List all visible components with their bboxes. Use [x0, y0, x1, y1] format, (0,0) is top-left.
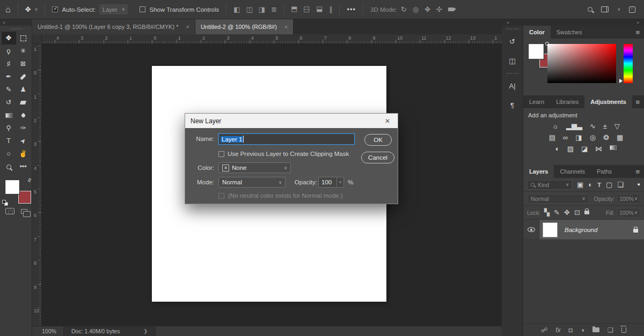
distribute-horizontal-icon[interactable]: ∥ [329, 6, 333, 13]
3d-roll-icon[interactable]: ◎ [413, 6, 419, 13]
opacity-input[interactable]: 100 [318, 177, 336, 188]
3d-orbit-icon[interactable]: ↻ [401, 6, 407, 13]
tab-learn[interactable]: Learn [523, 95, 550, 108]
gradient-map-icon[interactable] [610, 145, 617, 150]
link-layers-icon[interactable]: ☍ [541, 327, 547, 333]
properties-panel-icon[interactable]: ◫ [502, 51, 523, 70]
tool-type[interactable]: T [2, 135, 16, 147]
lock-position-icon[interactable]: ✥ [564, 209, 570, 216]
tab-channels[interactable]: Channels [554, 165, 590, 178]
show-transform-checkbox[interactable] [140, 6, 145, 12]
tool-eyedropper[interactable]: ✒ [2, 70, 16, 83]
selective-color-icon[interactable]: ⋈ [595, 145, 602, 152]
tool-history-brush[interactable]: ↺ [2, 96, 16, 109]
tab-paths[interactable]: Paths [591, 165, 618, 178]
tab-adjustments[interactable]: Adjustments [584, 95, 632, 108]
hue-saturation-icon[interactable]: ▤ [549, 134, 555, 141]
black-white-icon[interactable]: ◨ [575, 134, 582, 141]
history-panel-icon[interactable]: ↺ [502, 32, 523, 51]
filter-image-icon[interactable]: ▣ [577, 181, 583, 188]
align-left-edges-icon[interactable]: ◧ [233, 6, 240, 13]
3d-slide-icon[interactable]: ✣ [436, 6, 442, 13]
share-icon[interactable] [629, 6, 635, 13]
toolbox-header[interactable]: « [0, 19, 32, 26]
status-chevron-icon[interactable]: ❯ [143, 328, 148, 334]
document-tab-untitled-1[interactable]: Untitled-1 @ 100% (Layer 6 copy 3, RGB/8… [32, 19, 195, 34]
expand-dock-icon[interactable]: « [507, 20, 509, 25]
tool-shape[interactable]: ○ [2, 147, 16, 160]
layer-name-input[interactable]: Layer 1 [218, 133, 355, 145]
chevron-down-icon[interactable]: ∨ [617, 7, 620, 12]
new-layer-icon[interactable]: ❏ [608, 327, 613, 333]
tab-layers[interactable]: Layers [523, 165, 554, 178]
align-bottom-edges-icon[interactable]: ◨ [316, 6, 323, 12]
saturation-picker[interactable] [547, 44, 616, 83]
cancel-button[interactable]: Cancel [361, 152, 394, 163]
foreground-color-swatch[interactable] [529, 44, 544, 59]
doc-info[interactable]: Doc: 1.40M/0 bytes ❯ [63, 326, 156, 336]
filter-kind-dropdown[interactable]: Kind ∨ [527, 180, 572, 190]
color-lookup-icon[interactable]: ▦ [617, 134, 623, 141]
move-tool-icon[interactable]: ✥ [25, 6, 31, 13]
close-tab-icon[interactable]: × [284, 24, 288, 30]
tool-gradient[interactable] [2, 109, 16, 122]
tool-zoom[interactable] [2, 160, 16, 173]
photo-filter-icon[interactable]: ◎ [590, 134, 596, 141]
hue-slider[interactable] [624, 44, 633, 83]
tool-pen[interactable]: ✑ [16, 122, 31, 135]
clipping-mask-checkbox[interactable] [218, 151, 224, 157]
new-group-icon[interactable] [592, 327, 599, 332]
align-horizontal-centers-icon[interactable]: ◫ [246, 6, 253, 13]
tool-marquee[interactable] [16, 32, 31, 44]
tool-clone-stamp[interactable]: ♟ [16, 83, 31, 96]
invert-icon[interactable]: ◐ [555, 145, 560, 152]
mode-dropdown[interactable]: Normal ∨ [218, 177, 286, 188]
panel-menu-icon[interactable]: ≡ [635, 26, 644, 39]
paragraph-panel-icon[interactable]: ¶ [502, 95, 523, 115]
ok-button[interactable]: OK [364, 134, 392, 146]
tab-swatches[interactable]: Swatches [551, 26, 588, 39]
exposure-icon[interactable]: ± [603, 123, 607, 130]
collapse-panel-icon[interactable]: « [3, 20, 5, 25]
tool-lasso[interactable]: ϙ [2, 44, 16, 57]
color-dropdown[interactable]: ✕ None ∨ [218, 162, 291, 173]
color-balance-icon[interactable]: ∞ [563, 134, 568, 141]
ruler-left[interactable]: 1012345678910 [32, 44, 42, 326]
tool-eraser[interactable] [16, 96, 31, 109]
opacity-chevron-icon[interactable]: ∨ [336, 177, 344, 188]
tool-frame[interactable]: ⊠ [16, 57, 31, 70]
default-colors-icon[interactable] [2, 200, 8, 206]
zoom-level-field[interactable]: 100% [42, 328, 63, 334]
align-vertical-centers-icon[interactable]: ◫ [304, 6, 311, 12]
lock-pixels-icon[interactable]: ✎ [554, 209, 560, 216]
vibrance-icon[interactable]: ▽ [614, 123, 620, 130]
document-tab-untitled-2[interactable]: Untitled-2 @ 100% (RGB/8#) × [195, 19, 294, 34]
panel-menu-icon[interactable]: ≡ [635, 165, 644, 178]
brightness-contrast-icon[interactable]: ☼ [552, 123, 559, 130]
tool-blur[interactable] [16, 109, 31, 122]
filter-type-icon[interactable]: T [597, 182, 601, 188]
add-layer-mask-icon[interactable]: ◘ [569, 327, 573, 333]
tool-path-selection[interactable]: ➤ [16, 135, 31, 147]
3d-camera-icon[interactable] [448, 8, 454, 11]
filter-adjustment-icon[interactable]: ◐ [588, 181, 592, 188]
delete-layer-icon[interactable] [621, 327, 626, 333]
quick-mask-icon[interactable] [5, 208, 14, 214]
layer-style-fx-icon[interactable]: fx [555, 327, 560, 333]
posterize-icon[interactable]: ▨ [567, 145, 574, 152]
foreground-color-swatch[interactable] [5, 180, 19, 194]
workspace-icon[interactable] [601, 6, 609, 12]
hue-marker[interactable] [619, 79, 623, 83]
tool-dodge[interactable]: ⚲ [2, 122, 16, 135]
background-color-swatch[interactable] [18, 191, 31, 204]
lock-transparency-icon[interactable]: ▚ [544, 209, 550, 216]
levels-icon[interactable]: ▂▆▃ [566, 123, 582, 130]
search-icon[interactable] [588, 7, 592, 12]
lock-artboard-icon[interactable]: ⊡ [574, 209, 580, 216]
chevron-down-icon[interactable]: ∨ [35, 7, 38, 12]
tool-hand[interactable]: ✌ [16, 147, 31, 160]
tool-quick-selection[interactable]: ✳ [16, 44, 31, 57]
opacity-field[interactable]: 100% ∨ [617, 194, 640, 204]
3d-drag-icon[interactable]: ✥ [425, 6, 430, 13]
tab-color[interactable]: Color [523, 26, 551, 39]
